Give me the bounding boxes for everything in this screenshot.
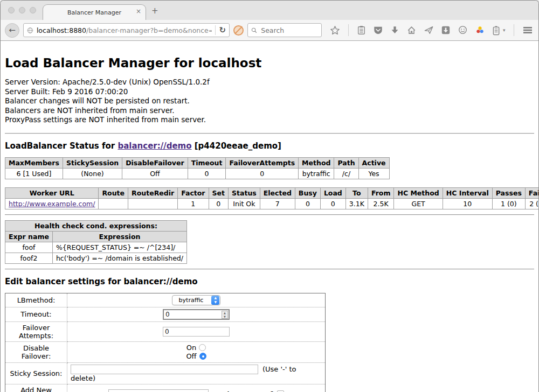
col-failoverattempts: FailoverAttempts xyxy=(226,157,299,168)
home-icon[interactable] xyxy=(406,25,417,35)
reload-icon[interactable]: ↻ xyxy=(219,25,226,35)
radio-off-label: Off xyxy=(186,352,196,360)
sticky-session-input[interactable] xyxy=(71,365,258,374)
cell-status: Init Ok xyxy=(229,198,260,209)
cell-expr-name: foof2 xyxy=(5,253,53,263)
proxypass-note-line: ProxyPass settings are NOT inherited fro… xyxy=(5,115,534,125)
downloads-icon[interactable] xyxy=(390,25,399,35)
status-heading-prefix: LoadBalancer Status for xyxy=(5,141,118,151)
reading-list-icon[interactable] xyxy=(357,25,366,35)
url-bar[interactable]: localhost:8880/balancer-manager?b=demo&n… xyxy=(23,23,230,37)
cell-route xyxy=(99,198,128,209)
col-load: Load xyxy=(320,187,345,198)
col-disablefailover: DisableFailover xyxy=(122,157,188,168)
col-timeout: Timeout xyxy=(188,157,226,168)
lbmethod-label: LBmethod: xyxy=(5,293,67,307)
send-tab-icon[interactable] xyxy=(424,25,434,35)
number-spinner-icon[interactable]: ▲▼ xyxy=(222,311,228,319)
col-active: Active xyxy=(358,157,389,168)
new-tab-button[interactable]: + xyxy=(151,7,158,15)
col-factor: Factor xyxy=(178,187,209,198)
zoom-window-button[interactable] xyxy=(30,7,36,13)
divider xyxy=(5,214,534,215)
col-worker-url: Worker URL xyxy=(5,187,99,198)
minimize-window-button[interactable] xyxy=(19,7,25,13)
col-to: To xyxy=(345,187,368,198)
bookmark-star-icon[interactable] xyxy=(330,25,340,36)
search-field[interactable] xyxy=(247,23,322,37)
disable-failover-row: Disable Failover: On Off xyxy=(5,341,326,362)
close-window-button[interactable] xyxy=(8,7,15,13)
save-page-extension-icon[interactable] xyxy=(441,25,451,35)
color-dots-extension-icon[interactable] xyxy=(475,25,485,35)
failover-attempts-input[interactable] xyxy=(163,327,230,337)
failover-attempts-label: Failover Attempts: xyxy=(5,321,67,341)
tab-close-icon[interactable]: × xyxy=(136,8,141,15)
search-icon xyxy=(251,27,257,34)
add-worker-cell: Are you sure? xyxy=(67,384,326,392)
timeout-input[interactable] xyxy=(163,309,230,320)
balancer-data-row: 6 [1 Used] (None) Off 0 0 bytraffic /c/ … xyxy=(5,168,390,179)
worker-header-row: Worker URL Route RouteRedir Factor Set S… xyxy=(5,187,539,198)
health-row-foof: foof %{REQUEST_STATUS} =~ /^[234]/ xyxy=(5,242,187,253)
cell-maxmembers: 6 [1 Used] xyxy=(5,168,63,179)
navigation-toolbar: ← localhost:8880/balancer-manager?b=demo… xyxy=(1,20,538,41)
lbmethod-select[interactable]: bytraffic ▲▼ xyxy=(172,295,221,305)
url-host: localhost:8880 xyxy=(37,26,86,34)
chat-smiley-icon[interactable] xyxy=(458,25,468,35)
col-hc-method: HC Method xyxy=(394,187,443,198)
cell-to: 3.1K xyxy=(345,198,368,209)
back-button[interactable]: ← xyxy=(5,23,19,38)
lbmethod-cell: bytraffic ▲▼ xyxy=(67,293,326,307)
radio-on[interactable] xyxy=(199,344,206,351)
cell-busy: 0 xyxy=(295,198,320,209)
chevron-down-icon[interactable]: ▾ xyxy=(503,27,506,33)
globe-icon xyxy=(27,26,33,34)
col-passes: Passes xyxy=(492,187,525,198)
col-expr-name: Expr name xyxy=(5,231,53,242)
worker-url-link[interactable]: http://www.example.com/ xyxy=(9,200,95,208)
select-stepper-icon: ▲▼ xyxy=(211,296,219,305)
toolbar-separator xyxy=(348,24,349,36)
cell-failoverattempts: 0 xyxy=(226,168,299,179)
server-built-line: Server Built: Feb 9 2016 07:00:20 xyxy=(5,87,534,97)
menu-hamburger-icon[interactable] xyxy=(522,26,533,34)
tab-balancer-manager[interactable]: Balancer Manager × xyxy=(43,4,146,20)
col-from: From xyxy=(368,187,394,198)
col-stickysession: StickySession xyxy=(63,157,122,168)
col-set: Set xyxy=(209,187,228,198)
inherit-note-line: Balancers are NOT inherited from main se… xyxy=(5,106,534,116)
tab-bar: Balancer Manager × + xyxy=(1,1,538,20)
battery-extension-icon[interactable] xyxy=(492,25,500,36)
col-expression: Expression xyxy=(52,231,186,242)
pocket-icon[interactable] xyxy=(373,25,383,35)
content-blocked-icon[interactable] xyxy=(233,25,244,36)
search-input[interactable] xyxy=(260,26,318,35)
radio-off[interactable] xyxy=(199,353,206,360)
cell-disablefailover: Off xyxy=(122,168,188,179)
divider xyxy=(5,269,534,270)
are-you-sure-checkbox[interactable] xyxy=(277,390,284,392)
edit-balancer-form: LBmethod: bytraffic ▲▼ Timeout: ▲▼ xyxy=(5,293,326,392)
timeout-cell: ▲▼ xyxy=(67,307,326,321)
cell-from: 2.5K xyxy=(368,198,394,209)
cell-expr-name: foof xyxy=(5,242,53,253)
col-path: Path xyxy=(334,157,358,168)
cell-hc-method: GET xyxy=(394,198,443,209)
cell-worker-url: http://www.example.com/ xyxy=(5,198,99,209)
add-worker-input[interactable] xyxy=(108,389,209,392)
balancer-link[interactable]: balancer://demo xyxy=(118,141,191,151)
timeout-row: Timeout: ▲▼ xyxy=(5,307,326,321)
worker-data-row: http://www.example.com/ 1 0 Init Ok 7 0 … xyxy=(5,198,539,209)
sticky-session-row: Sticky Session: (Use '-' to delete) xyxy=(5,362,326,384)
health-title-row: Health check cond. expressions: xyxy=(5,220,187,231)
failover-attempts-row: Failover Attempts: xyxy=(5,321,326,341)
cell-passes: 1 (0) xyxy=(492,198,525,209)
col-route: Route xyxy=(99,187,128,198)
add-worker-row: Add New Worker: Are you sure? xyxy=(5,384,326,392)
server-info: Server Version: Apache/2.5.0-dev (Unix) … xyxy=(5,78,534,125)
cell-path: /c/ xyxy=(334,168,358,179)
page-content: Load Balancer Manager for localhost Serv… xyxy=(1,41,538,392)
url-text[interactable]: localhost:8880/balancer-manager?b=demo&n… xyxy=(37,26,212,34)
cell-stickysession: (None) xyxy=(63,168,122,179)
